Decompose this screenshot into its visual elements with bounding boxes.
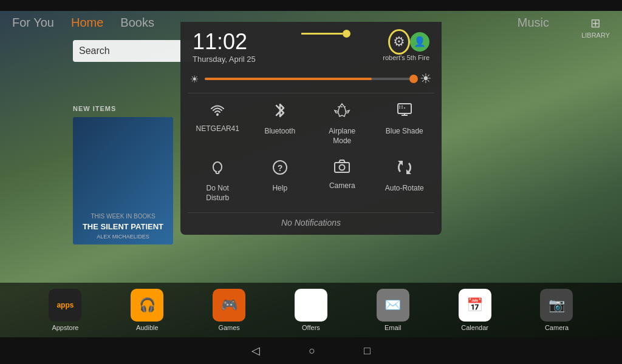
qs-autorotate[interactable]: Auto-Rotate bbox=[375, 153, 435, 207]
qs-camera-icon bbox=[333, 159, 350, 178]
quick-settings-grid: NETGEAR41 Bluetooth A bbox=[180, 93, 442, 212]
calendar-icon: 📅 bbox=[459, 289, 491, 322]
qs-autorotate-label: Auto-Rotate bbox=[385, 184, 424, 194]
bluetooth-icon bbox=[274, 102, 286, 123]
brightness-low-icon: ☀ bbox=[190, 73, 199, 85]
top-status-bar bbox=[0, 0, 622, 11]
svg-rect-2 bbox=[398, 104, 411, 113]
app-dock: apps Appstore 🎧 Audible 🎮 Games 🏷 Offers… bbox=[0, 283, 622, 337]
calendar-label: Calendar bbox=[461, 324, 488, 331]
book-cover: THIS WEEK IN BOOKS THE SILENT PATIENT AL… bbox=[73, 117, 173, 244]
svg-text:?: ? bbox=[277, 163, 282, 173]
svg-rect-9 bbox=[335, 163, 349, 172]
app-item-offers[interactable]: 🏷 Offers bbox=[295, 289, 327, 331]
donotdisturb-icon bbox=[209, 159, 226, 180]
camera-label: Camera bbox=[545, 324, 569, 331]
home-button[interactable]: ○ bbox=[309, 345, 315, 357]
games-label: Games bbox=[218, 324, 239, 331]
brightness-slider[interactable] bbox=[205, 78, 414, 80]
qs-bluetooth[interactable]: Bluetooth bbox=[250, 96, 310, 150]
settings-icon[interactable]: ⚙ bbox=[393, 34, 405, 50]
app-item-calendar[interactable]: 📅 Calendar bbox=[459, 289, 491, 331]
qs-bluetooth-label: Bluetooth bbox=[264, 127, 295, 136]
search-bar[interactable]: 🔍 bbox=[73, 40, 194, 62]
time-section: 11:02 Thursday, April 25 bbox=[193, 29, 256, 64]
app-item-camera[interactable]: 📷 Camera bbox=[540, 289, 573, 331]
games-icon: 🎮 bbox=[213, 289, 245, 322]
app-item-games[interactable]: 🎮 Games bbox=[213, 289, 245, 331]
brightness-fill bbox=[205, 78, 372, 80]
offers-icon: 🏷 bbox=[295, 289, 327, 322]
annotation-line bbox=[301, 33, 343, 35]
brightness-row: ☀ ☀ bbox=[180, 69, 442, 93]
qs-camera-label: Camera bbox=[329, 181, 355, 191]
audible-icon: 🎧 bbox=[131, 289, 163, 322]
appstore-label: Appstore bbox=[52, 324, 78, 331]
tab-music[interactable]: Music bbox=[518, 16, 549, 30]
app-item-email[interactable]: ✉️ Email bbox=[377, 289, 409, 331]
autorotate-icon bbox=[396, 159, 413, 180]
qs-wifi[interactable]: NETGEAR41 bbox=[188, 96, 248, 150]
app-item-audible[interactable]: 🎧 Audible bbox=[131, 289, 163, 331]
email-label: Email bbox=[384, 324, 402, 331]
qs-blueshade[interactable]: Blue Shade bbox=[375, 96, 435, 150]
help-icon: ? bbox=[272, 159, 289, 180]
back-button[interactable]: ◁ bbox=[251, 344, 260, 357]
appstore-icon: apps bbox=[49, 289, 81, 322]
brightness-high-icon: ☀ bbox=[420, 71, 432, 87]
recent-button[interactable]: □ bbox=[364, 345, 371, 357]
annotation-dot bbox=[343, 30, 350, 38]
bottom-nav-bar: ◁ ○ □ bbox=[0, 337, 622, 364]
camera-app-icon: 📷 bbox=[540, 289, 573, 322]
notification-panel: 11:02 Thursday, April 25 ⚙ 👤 robert's 5t… bbox=[180, 22, 442, 235]
grid-icon: ⊞ bbox=[590, 16, 601, 30]
panel-right-row: ⚙ 👤 bbox=[393, 32, 429, 52]
qs-airplane[interactable]: AirplaneMode bbox=[312, 96, 372, 150]
user-name: robert's 5th Fire bbox=[383, 54, 429, 61]
qs-help-label: Help bbox=[272, 184, 287, 194]
qs-airplane-label: AirplaneMode bbox=[329, 127, 355, 146]
qs-help[interactable]: ? Help bbox=[250, 153, 310, 207]
tab-for-you[interactable]: For You bbox=[12, 16, 54, 30]
tab-books[interactable]: Books bbox=[120, 16, 154, 30]
svg-point-10 bbox=[340, 165, 345, 170]
panel-header: 11:02 Thursday, April 25 ⚙ 👤 robert's 5t… bbox=[180, 22, 442, 69]
panel-date: Thursday, April 25 bbox=[193, 55, 256, 64]
library-label: LIBRARY bbox=[581, 32, 610, 39]
qs-donotdisturb[interactable]: Do NotDisturb bbox=[188, 153, 248, 207]
qs-blueshade-label: Blue Shade bbox=[386, 127, 423, 136]
qs-donotdisturb-label: Do NotDisturb bbox=[206, 184, 229, 203]
qs-wifi-label: NETGEAR41 bbox=[196, 124, 239, 134]
content-area: For You Home Books 🔍 Music ⊞ LIBRARY NEW… bbox=[0, 11, 622, 337]
library-button[interactable]: ⊞ LIBRARY bbox=[581, 16, 610, 39]
new-items-label: NEW ITEMS bbox=[73, 105, 116, 112]
svg-point-0 bbox=[216, 113, 219, 116]
brightness-thumb bbox=[409, 75, 418, 83]
qs-camera[interactable]: Camera bbox=[312, 153, 372, 207]
wifi-icon bbox=[209, 102, 226, 121]
no-notifications: No Notifications bbox=[180, 213, 442, 230]
airplane-icon bbox=[333, 102, 350, 123]
book-title: THE SILENT PATIENT bbox=[83, 222, 163, 231]
email-icon: ✉️ bbox=[377, 289, 409, 322]
offers-label: Offers bbox=[302, 324, 320, 331]
book-author: ALEX MICHAELIDES bbox=[97, 234, 149, 240]
panel-right-group: ⚙ 👤 robert's 5th Fire bbox=[383, 32, 429, 61]
blueshade-icon bbox=[396, 102, 413, 123]
audible-label: Audible bbox=[136, 324, 159, 331]
app-item-appstore[interactable]: apps Appstore bbox=[49, 289, 81, 331]
tab-home[interactable]: Home bbox=[71, 16, 103, 30]
avatar: 👤 bbox=[410, 32, 429, 52]
panel-time: 11:02 bbox=[193, 29, 256, 55]
